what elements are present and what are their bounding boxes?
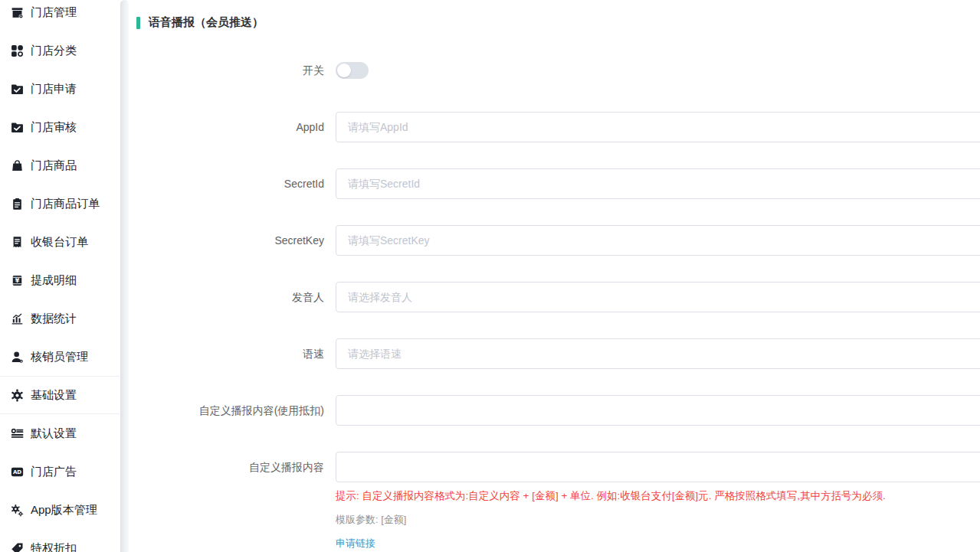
voice-broadcast-form: 开关 AppId SecretId SecretKey: [129, 55, 980, 550]
gear-icon: [10, 388, 25, 403]
custom-content-input[interactable]: [336, 452, 980, 482]
main-content: 语音播报（会员推送） 开关 AppId SecretId: [129, 0, 980, 552]
sidebar-item-label: 默认设置: [31, 426, 77, 441]
form-row-custom-content-deduction: 自定义播报内容(使用抵扣): [129, 395, 980, 426]
ad-icon: AD: [10, 465, 25, 479]
sidebar-item-label: 门店分类: [31, 44, 77, 58]
sidebar-item-label: 门店广告: [31, 465, 77, 479]
appid-input[interactable]: [336, 112, 980, 142]
store-icon: [10, 5, 25, 20]
speech-rate-label: 语速: [129, 338, 324, 369]
sidebar-menu: 门店管理 门店分类 门店申请 门店审核 门店商品: [0, 0, 120, 552]
form-row-speaker: 发音人: [129, 282, 980, 312]
sidebar-item-store-ads[interactable]: AD 门店广告: [0, 452, 120, 491]
chart-icon: [10, 312, 25, 326]
custom-content-deduction-label: 自定义播报内容(使用抵扣): [129, 395, 324, 426]
form-row-appid: AppId: [129, 112, 980, 142]
sidebar-item-store-management[interactable]: 门店管理: [0, 0, 120, 31]
sidebar-item-label: 门店审核: [31, 120, 77, 135]
sidebar-item-label: 核销员管理: [31, 350, 88, 364]
broadcast-switch-toggle[interactable]: [336, 62, 369, 79]
form-row-switch: 开关: [129, 55, 980, 86]
page-title-row: 语音播报（会员推送）: [129, 0, 980, 30]
secretkey-label: SecretKey: [129, 225, 324, 256]
title-accent-bar: [136, 17, 140, 29]
sidebar-item-label: 门店管理: [31, 5, 77, 20]
apply-link[interactable]: 申请链接: [336, 537, 375, 550]
person-icon: [10, 350, 25, 364]
sidebar-item-basic-settings[interactable]: 基础设置: [0, 376, 120, 414]
gears-icon: [10, 503, 25, 518]
category-icon: [10, 44, 25, 58]
sidebar-item-app-version[interactable]: App版本管理: [0, 491, 120, 529]
list-settings-icon: [10, 426, 25, 441]
sidebar-item-label: 基础设置: [31, 388, 77, 403]
form-row-secretid: SecretId: [129, 168, 980, 199]
custom-content-label: 自定义播报内容: [129, 452, 324, 550]
sidebar-item-label: 提成明细: [31, 273, 77, 288]
sidebar-item-label: 门店商品: [31, 158, 77, 173]
svg-text:¥: ¥: [15, 277, 20, 284]
sidebar-scrollbar[interactable]: [120, 0, 129, 552]
sidebar-item-store-goods[interactable]: 门店商品: [0, 146, 120, 185]
format-hint-text: 提示: 自定义播报内容格式为:自定义内容 + [金额] + 单位. 例如:收银台…: [336, 489, 980, 503]
sidebar-item-label: 门店商品订单: [31, 197, 100, 211]
toggle-knob: [337, 64, 351, 77]
secretkey-input[interactable]: [336, 225, 980, 256]
secretid-input[interactable]: [336, 168, 980, 199]
folder-check-icon: [10, 120, 25, 135]
form-row-secretkey: SecretKey: [129, 225, 980, 256]
sidebar-item-data-statistics[interactable]: 数据统计: [0, 299, 120, 338]
receipt-icon: [10, 235, 25, 250]
sidebar-item-privilege-discount[interactable]: 特权折扣: [0, 529, 120, 552]
sidebar-item-label: 特权折扣: [31, 541, 77, 552]
svg-text:AD: AD: [13, 469, 21, 475]
sidebar-item-store-application[interactable]: 门店申请: [0, 70, 120, 108]
sidebar-item-label: App版本管理: [31, 503, 97, 518]
sidebar-item-cashier-orders[interactable]: 收银台订单: [0, 223, 120, 261]
appid-label: AppId: [129, 112, 324, 142]
sidebar-item-store-goods-orders[interactable]: 门店商品订单: [0, 185, 120, 223]
sidebar-item-store-review[interactable]: 门店审核: [0, 108, 120, 146]
folder-check-icon: [10, 82, 25, 96]
custom-content-deduction-input[interactable]: [336, 395, 980, 426]
money-book-icon: ¥: [10, 273, 25, 288]
sidebar-item-store-category[interactable]: 门店分类: [0, 31, 120, 70]
discount-tag-icon: [10, 541, 25, 552]
clipboard-icon: [10, 197, 25, 211]
speaker-label: 发音人: [129, 282, 324, 312]
sidebar-item-label: 门店申请: [31, 82, 77, 96]
speech-rate-select[interactable]: [336, 338, 980, 369]
template-param-text: 模版参数: [金额]: [336, 513, 980, 527]
sidebar-item-commission-detail[interactable]: ¥ 提成明细: [0, 261, 120, 299]
sidebar-item-default-settings[interactable]: 默认设置: [0, 414, 120, 452]
switch-label: 开关: [129, 55, 324, 86]
form-row-custom-content: 自定义播报内容 提示: 自定义播报内容格式为:自定义内容 + [金额] + 单位…: [129, 452, 980, 550]
form-row-speech-rate: 语速: [129, 338, 980, 369]
speaker-select[interactable]: [336, 282, 980, 312]
sidebar-item-label: 数据统计: [31, 312, 77, 326]
sidebar-item-label: 收银台订单: [31, 235, 88, 250]
page-title: 语音播报（会员推送）: [149, 15, 264, 30]
sidebar: 门店管理 门店分类 门店申请 门店审核 门店商品: [0, 0, 120, 552]
bag-icon: [10, 158, 25, 173]
secretid-label: SecretId: [129, 168, 324, 199]
sidebar-item-verifier-management[interactable]: 核销员管理: [0, 338, 120, 376]
